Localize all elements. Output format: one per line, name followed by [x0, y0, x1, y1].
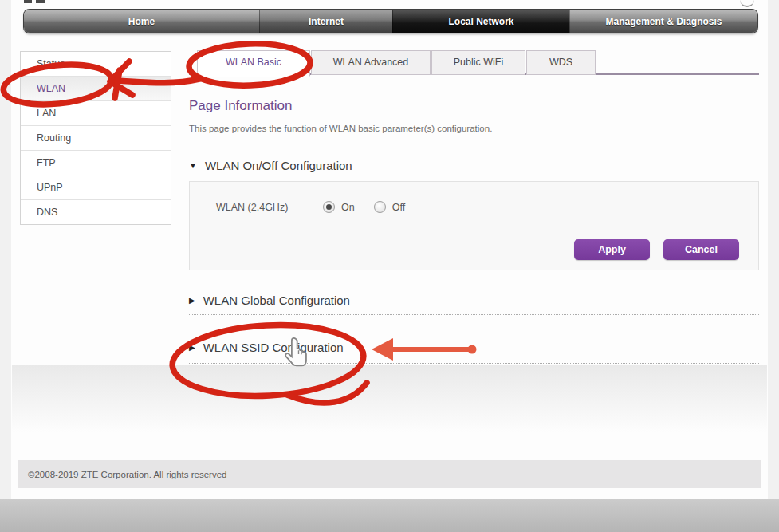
- wlan-on-radio[interactable]: [323, 201, 335, 213]
- tab-wds[interactable]: WDS: [526, 50, 596, 75]
- tab-wlan-basic[interactable]: WLAN Basic: [197, 50, 310, 77]
- copyright-text: ©2008-2019 ZTE Corporation. All rights r…: [28, 470, 226, 479]
- sidebar-menu: Status WLAN LAN Routing FTP UPnP DNS: [20, 51, 171, 225]
- footer: ©2008-2019 ZTE Corporation. All rights r…: [18, 460, 761, 488]
- wlan-off-radio-label: Off: [392, 202, 405, 213]
- nav-item-local-network[interactable]: Local Network: [392, 10, 569, 33]
- page-description: This page provides the function of WLAN …: [189, 124, 492, 133]
- router-admin-page: Home Internet Local Network Management &…: [0, 0, 779, 532]
- background-shading: [12, 365, 767, 432]
- zte-logo-remnant: [24, 0, 32, 3]
- tab-public-wifi[interactable]: Public WiFi: [431, 50, 525, 75]
- nav-item-management-diagnosis[interactable]: Management & Diagnosis: [569, 10, 757, 33]
- zte-logo-remnant: [36, 0, 45, 3]
- section-title: WLAN Global Configuration: [203, 294, 350, 307]
- wlan-off-radio[interactable]: [374, 201, 386, 213]
- section-title: WLAN On/Off Configuration: [205, 159, 352, 172]
- tab-wlan-advanced[interactable]: WLAN Advanced: [311, 50, 431, 75]
- apply-button[interactable]: Apply: [574, 239, 650, 260]
- wlan-on-radio-label: On: [341, 202, 355, 213]
- section-wlan-ssid-configuration[interactable]: ▶ WLAN SSID Configuration: [189, 341, 344, 354]
- sidebar-item-status[interactable]: Status: [21, 52, 171, 77]
- wlan-on-off-panel: WLAN (2.4GHz) On Off Apply Cancel: [189, 181, 759, 270]
- section-wlan-global-configuration[interactable]: ▶ WLAN Global Configuration: [189, 294, 350, 307]
- triangle-right-icon: ▶: [189, 296, 195, 305]
- sidebar-item-lan[interactable]: LAN: [21, 101, 171, 126]
- right-gutter: [768, 0, 779, 499]
- nav-item-label: Internet: [309, 16, 344, 27]
- triangle-down-icon: ▼: [189, 161, 197, 170]
- nav-item-home[interactable]: Home: [24, 10, 259, 33]
- nav-item-label: Home: [128, 16, 155, 27]
- sidebar-item-ftp[interactable]: FTP: [21, 151, 171, 175]
- triangle-right-icon: ▶: [189, 343, 195, 352]
- section-wlan-on-off-configuration[interactable]: ▼ WLAN On/Off Configuration: [189, 159, 352, 172]
- dotted-divider: [189, 314, 759, 315]
- main-nav: Home Internet Local Network Management &…: [24, 10, 757, 33]
- wlan-24ghz-label: WLAN (2.4GHz): [216, 202, 288, 213]
- nav-item-internet[interactable]: Internet: [259, 10, 392, 33]
- dotted-divider: [189, 363, 759, 364]
- sidebar-item-upnp[interactable]: UPnP: [21, 175, 171, 200]
- left-gutter: [0, 0, 11, 499]
- section-title: WLAN SSID Configuration: [203, 341, 344, 354]
- nav-item-label: Local Network: [448, 16, 513, 27]
- sidebar-item-routing[interactable]: Routing: [21, 126, 171, 151]
- dotted-divider: [189, 179, 759, 179]
- sidebar-item-wlan[interactable]: WLAN: [21, 77, 171, 101]
- cancel-button[interactable]: Cancel: [663, 239, 739, 260]
- wlan-on-off-radio-group: On Off: [323, 201, 418, 213]
- outer-background: [0, 499, 779, 532]
- sidebar-item-dns[interactable]: DNS: [21, 200, 171, 224]
- nav-item-label: Management & Diagnosis: [605, 16, 722, 27]
- page-title: Page Information: [189, 98, 292, 114]
